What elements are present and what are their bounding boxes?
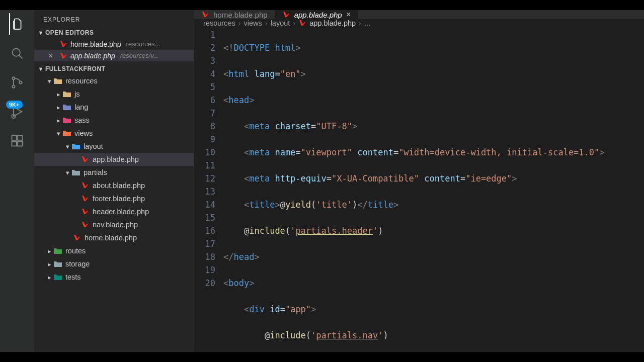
- open-editors-list: × home.blade.php resources... × app.blad…: [34, 38, 194, 63]
- code-lines[interactable]: <!DOCTYPE html> <html lang="en"> <head> …: [223, 27, 644, 362]
- tree-label: tests: [65, 273, 81, 281]
- tree-label: header.blade.php: [93, 208, 149, 216]
- project-header[interactable]: ▾ FULLSTACKFRONT: [34, 63, 194, 74]
- laravel-icon: [72, 233, 82, 242]
- svg-point-2: [12, 77, 15, 79]
- project-name: FULLSTACKFRONT: [45, 65, 105, 72]
- svg-point-0: [13, 49, 20, 56]
- file-nav[interactable]: nav.blade.php: [34, 218, 194, 231]
- tree-label: partials: [84, 168, 107, 176]
- folder-icon: [71, 142, 80, 151]
- chevron-down-icon: ▾: [54, 130, 62, 137]
- laravel-icon: [80, 207, 90, 216]
- letterbox-bottom: [0, 352, 644, 362]
- crumb[interactable]: views: [244, 19, 262, 27]
- folder-layout[interactable]: ▾ layout: [34, 140, 194, 153]
- open-editor-item[interactable]: × home.blade.php resources...: [34, 38, 194, 50]
- explorer-icon[interactable]: [9, 16, 25, 32]
- folder-storage[interactable]: ▸ storage: [34, 257, 194, 270]
- line-gutter: 1234567891011121314151617181920: [194, 27, 223, 362]
- code-editor[interactable]: 1234567891011121314151617181920 <!DOCTYP…: [194, 27, 644, 362]
- svg-rect-7: [12, 136, 17, 140]
- laravel-icon: [59, 40, 67, 48]
- folder-icon: [53, 259, 62, 268]
- folder-icon: [62, 129, 71, 138]
- crumb-file[interactable]: app.blade.php: [298, 19, 356, 27]
- svg-point-4: [19, 81, 22, 83]
- tree-label: layout: [84, 142, 103, 150]
- laravel-icon: [80, 194, 90, 203]
- activity-bar: 9K+: [0, 10, 34, 352]
- tree-label: routes: [65, 247, 86, 255]
- crumb[interactable]: resources: [203, 19, 235, 27]
- open-editor-path: resources...: [126, 40, 160, 48]
- close-icon[interactable]: ×: [346, 10, 351, 19]
- laravel-icon: [80, 155, 90, 164]
- folder-icon: [62, 116, 71, 125]
- tab-bar: home.blade.php app.blade.php ×: [194, 10, 644, 19]
- folder-icon: [62, 89, 71, 99]
- tree-label: resources: [65, 77, 98, 85]
- open-editor-name: app.blade.php: [70, 52, 115, 60]
- laravel-icon: [298, 19, 306, 27]
- folder-routes[interactable]: ▸ routes: [34, 244, 194, 257]
- laravel-icon: [59, 52, 67, 60]
- folder-icon: [62, 103, 71, 112]
- chevron-right-icon: ▸: [54, 117, 62, 124]
- file-app-blade[interactable]: app.blade.php: [34, 153, 194, 166]
- svg-line-1: [19, 55, 22, 58]
- close-icon[interactable]: ×: [48, 51, 56, 60]
- folder-resources[interactable]: ▾ resources: [34, 74, 194, 87]
- laravel-icon: [201, 11, 209, 19]
- source-control-icon[interactable]: [9, 74, 25, 90]
- folder-sass[interactable]: ▸ sass: [34, 114, 194, 127]
- open-editors-label: OPEN EDITORS: [45, 29, 94, 36]
- tab-app[interactable]: app.blade.php ×: [275, 10, 358, 19]
- open-editor-item[interactable]: × app.blade.php resources/v...: [34, 50, 194, 61]
- tree-label: js: [74, 90, 79, 98]
- sidebar: EXPLORER ▾ OPEN EDITORS × home.blade.php…: [34, 10, 194, 352]
- app-root: 9K+ EXPLORER ▾ OPEN EDITORS × home.blade…: [0, 10, 644, 352]
- file-about[interactable]: about.blade.php: [34, 179, 194, 192]
- crumb-label: app.blade.php: [309, 19, 356, 27]
- folder-js[interactable]: ▸ js: [34, 87, 194, 101]
- svg-rect-8: [12, 141, 17, 146]
- chevron-right-icon: ▸: [45, 247, 53, 255]
- folder-lang[interactable]: ▸ lang: [34, 101, 194, 114]
- laravel-icon: [80, 181, 90, 190]
- crumb[interactable]: layout: [271, 19, 290, 27]
- folder-partials[interactable]: ▾ partials: [34, 166, 194, 179]
- file-home[interactable]: home.blade.php: [34, 231, 194, 244]
- open-editor-name: home.blade.php: [70, 40, 121, 48]
- tab-home[interactable]: home.blade.php: [194, 10, 275, 19]
- tree-label: lang: [74, 103, 88, 111]
- folder-views[interactable]: ▾ views: [34, 127, 194, 140]
- tree-label: sass: [74, 116, 90, 124]
- file-footer[interactable]: footer.blade.php: [34, 192, 194, 205]
- folder-icon: [71, 168, 80, 177]
- open-editors-header[interactable]: ▾ OPEN EDITORS: [34, 27, 194, 38]
- svg-rect-9: [18, 141, 22, 146]
- file-header[interactable]: header.blade.php: [34, 205, 194, 218]
- svg-point-3: [12, 85, 15, 88]
- folder-icon: [53, 273, 62, 282]
- tree-label: app.blade.php: [93, 155, 139, 163]
- folder-tests[interactable]: ▸ tests: [34, 270, 194, 284]
- breadcrumbs[interactable]: resources› views› layout› app.blade.php …: [194, 19, 644, 27]
- file-tree: ▾ resources ▸ js ▸ lang ▸ sass ▾: [34, 74, 194, 352]
- crumb-more[interactable]: ...: [364, 19, 370, 27]
- chevron-right-icon: ▸: [54, 104, 62, 111]
- sidebar-title: EXPLORER: [34, 10, 194, 27]
- svg-rect-10: [18, 136, 22, 140]
- chevron-down-icon: ▾: [45, 77, 53, 85]
- tree-label: footer.blade.php: [93, 195, 145, 203]
- laravel-icon: [80, 220, 90, 229]
- chevron-down-icon: ▾: [36, 65, 45, 72]
- search-icon[interactable]: [9, 45, 25, 61]
- tab-label: home.blade.php: [213, 11, 268, 19]
- laravel-icon: [282, 11, 290, 19]
- open-editor-path: resources/v...: [120, 52, 159, 59]
- tree-label: nav.blade.php: [93, 221, 138, 229]
- folder-icon: [53, 246, 62, 255]
- extensions-icon[interactable]: [9, 133, 25, 149]
